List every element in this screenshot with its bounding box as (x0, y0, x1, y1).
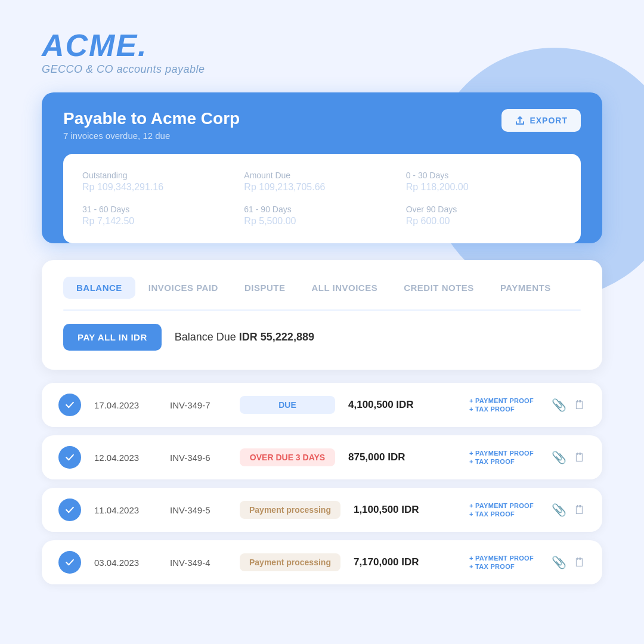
stat-item: Outstanding Rp 109,343,291.16 (82, 171, 238, 193)
tax-proof-link[interactable]: + TAX PROOF (469, 405, 534, 413)
logo-area: ACME. GECCO & CO accounts payable (42, 30, 602, 76)
tabs-card: BALANCEINVOICES PAIDDISPUTEALL INVOICESC… (42, 260, 602, 370)
receipt-icon[interactable]: 🗒 (574, 503, 586, 517)
status-badge: Payment processing (240, 553, 340, 571)
tab-credit-notes[interactable]: CREDIT NOTES (391, 277, 487, 299)
stat-item: 0 - 30 Days Rp 118,200.00 (406, 171, 562, 193)
receipt-icon[interactable]: 🗒 (574, 398, 586, 412)
stat-label: 31 - 60 Days (82, 205, 238, 214)
invoice-amount: 1,100,500 IDR (354, 504, 440, 516)
export-icon (515, 115, 525, 126)
payable-subtitle: 7 invoices overdue, 12 due (63, 131, 240, 141)
tabs-row: BALANCEINVOICES PAIDDISPUTEALL INVOICESC… (63, 277, 581, 299)
status-badge: Payment processing (240, 501, 340, 519)
invoice-number: INV-349-6 (170, 453, 227, 463)
pay-all-button[interactable]: PAY ALL IN IDR (63, 324, 162, 351)
invoice-amount: 4,100,500 IDR (348, 399, 435, 411)
receipt-icon[interactable]: 🗒 (574, 556, 586, 569)
invoice-actions: + PAYMENT PROOF + TAX PROOF (469, 555, 534, 570)
stat-value: Rp 5,500.00 (244, 216, 400, 227)
tab-invoices-paid[interactable]: INVOICES PAID (135, 277, 231, 299)
status-badge: OVER DUE 3 DAYS (240, 448, 335, 466)
tab-balance[interactable]: BALANCE (63, 277, 135, 299)
check-circle[interactable] (58, 499, 81, 521)
stat-label: Over 90 Days (406, 205, 562, 214)
payment-proof-link[interactable]: + PAYMENT PROOF (469, 502, 534, 509)
stat-label: Amount Due (244, 171, 400, 180)
tab-all-invoices[interactable]: ALL INVOICES (298, 277, 391, 299)
check-circle[interactable] (58, 551, 81, 574)
tab-divider (63, 309, 581, 311)
invoice-row: 03.04.2023 INV-349-4 Payment processing … (42, 540, 602, 584)
tax-proof-link[interactable]: + TAX PROOF (469, 563, 534, 570)
invoice-number: INV-349-4 (170, 558, 227, 568)
receipt-icon[interactable]: 🗒 (574, 451, 586, 465)
stat-label: Outstanding (82, 171, 238, 180)
stat-item: 31 - 60 Days Rp 7,142.50 (82, 205, 238, 227)
stat-item: Amount Due Rp 109,213,705.66 (244, 171, 400, 193)
attachment-icon[interactable]: 📎 (552, 398, 566, 412)
payment-proof-link[interactable]: + PAYMENT PROOF (469, 397, 534, 404)
attachment-icon[interactable]: 📎 (552, 503, 566, 517)
invoice-row: 17.04.2023 INV-349-7 DUE 4,100,500 IDR +… (42, 383, 602, 427)
company-subtitle: GECCO & CO accounts payable (42, 63, 602, 76)
balance-due-text: Balance Due IDR 55,222,889 (175, 331, 314, 343)
invoice-number: INV-349-7 (170, 400, 227, 410)
stat-value: Rp 109,213,705.66 (244, 182, 400, 193)
invoice-actions: + PAYMENT PROOF + TAX PROOF (469, 397, 534, 413)
invoice-date: 12.04.2023 (94, 453, 157, 463)
tax-proof-link[interactable]: + TAX PROOF (469, 510, 534, 518)
stat-item: Over 90 Days Rp 600.00 (406, 205, 562, 227)
stat-value: Rp 600.00 (406, 216, 562, 227)
tax-proof-link[interactable]: + TAX PROOF (469, 458, 534, 465)
invoice-icons: 📎 🗒 (552, 450, 586, 465)
payment-proof-link[interactable]: + PAYMENT PROOF (469, 450, 534, 457)
payment-proof-link[interactable]: + PAYMENT PROOF (469, 555, 534, 562)
stats-section: Outstanding Rp 109,343,291.16 Amount Due… (63, 154, 581, 243)
status-badge: DUE (240, 396, 335, 414)
stat-label: 61 - 90 Days (244, 205, 400, 214)
attachment-icon[interactable]: 📎 (552, 450, 566, 465)
invoice-number: INV-349-5 (170, 505, 227, 515)
invoice-amount: 7,170,000 IDR (354, 556, 440, 568)
invoice-actions: + PAYMENT PROOF + TAX PROOF (469, 450, 534, 465)
invoice-amount: 875,000 IDR (348, 451, 435, 463)
tab-dispute[interactable]: DISPUTE (231, 277, 299, 299)
stat-value: Rp 109,343,291.16 (82, 182, 238, 193)
check-circle[interactable] (58, 394, 81, 416)
attachment-icon[interactable]: 📎 (552, 555, 566, 569)
invoices-container: 17.04.2023 INV-349-7 DUE 4,100,500 IDR +… (42, 383, 602, 584)
stat-value: Rp 7,142.50 (82, 216, 238, 227)
stat-value: Rp 118,200.00 (406, 182, 562, 193)
tab-payments[interactable]: PAYMENTS (487, 277, 564, 299)
payable-card: Payable to Acme Corp 7 invoices overdue,… (42, 92, 602, 243)
invoice-icons: 📎 🗒 (552, 555, 586, 569)
check-circle[interactable] (58, 446, 81, 469)
invoice-date: 11.04.2023 (94, 505, 157, 515)
stat-label: 0 - 30 Days (406, 171, 562, 180)
invoice-date: 03.04.2023 (94, 558, 157, 568)
invoice-icons: 📎 🗒 (552, 398, 586, 412)
stat-item: 61 - 90 Days Rp 5,500.00 (244, 205, 400, 227)
invoice-row: 11.04.2023 INV-349-5 Payment processing … (42, 488, 602, 532)
invoice-actions: + PAYMENT PROOF + TAX PROOF (469, 502, 534, 518)
logo-text: ACME. (42, 30, 602, 61)
export-button[interactable]: EXPORT (501, 109, 581, 132)
invoice-row: 12.04.2023 INV-349-6 OVER DUE 3 DAYS 875… (42, 435, 602, 479)
payable-title: Payable to Acme Corp (63, 109, 240, 128)
invoice-date: 17.04.2023 (94, 400, 157, 410)
invoice-icons: 📎 🗒 (552, 503, 586, 517)
